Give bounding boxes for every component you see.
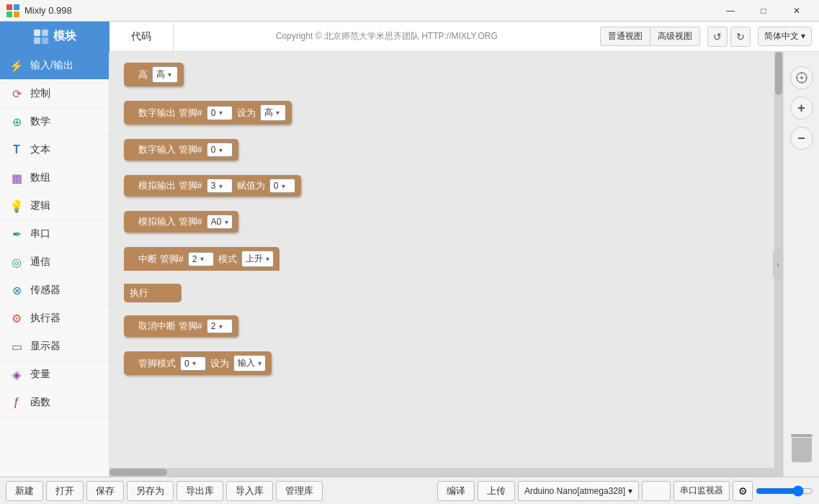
sidebar-label-sensor: 传感器 [30,284,61,297]
svg-rect-4 [34,30,40,36]
collapse-tab[interactable]: › [773,250,783,279]
import-lib-button[interactable]: 导入库 [226,481,273,501]
sidebar-item-display[interactable]: ▭ 显示器 [0,333,109,361]
save-as-button[interactable]: 另存为 [127,481,174,501]
app-title: Mixly 0.998 [24,5,714,16]
interrupt-mode-label: 模式 [218,253,237,266]
sidebar-label-var: 变量 [30,368,50,381]
analog-out-setlabel: 赋值为 [237,179,265,192]
analog-in-pin-dropdown[interactable]: A0 [207,215,233,229]
sidebar-item-var[interactable]: ◈ 变量 [0,361,109,389]
content-area: ⚡ 输入/输出 ⟳ 控制 ⊕ 数学 T 文本 ▦ 数组 💡 逻辑 ✒ 串口 ◎ [0,52,819,477]
save-button[interactable]: 保存 [86,481,124,501]
digital-in-pin-dropdown[interactable]: 0 [207,143,233,157]
sidebar-item-math[interactable]: ⊕ 数学 [0,108,109,136]
math-icon: ⊕ [9,114,24,130]
sidebar-label-logic: 逻辑 [30,199,50,212]
svg-rect-7 [42,37,48,44]
scroll-thumb-horizontal[interactable] [109,469,167,476]
sidebar-label-serial: 串口 [30,228,50,240]
interrupt-execute: 执行 [124,284,182,302]
sidebar-item-actuator[interactable]: ⚙ 执行器 [0,305,109,333]
scrollbar-horizontal[interactable] [109,468,774,477]
language-button[interactable]: 简体中文 ▾ [758,27,812,46]
export-lib-button[interactable]: 导出库 [176,481,223,501]
digital-out-label: 数字输出 管脚# [138,107,202,120]
locate-button[interactable] [790,66,813,89]
trash-container [791,434,813,469]
cancel-interrupt-label: 取消中断 管脚# [138,320,202,333]
pin-mode-pin-dropdown[interactable]: 0 [180,356,206,371]
manage-lib-button[interactable]: 管理库 [276,481,323,501]
sidebar-label-comm: 通信 [30,256,50,269]
trash-body[interactable] [792,438,812,462]
var-icon: ◈ [9,366,24,382]
interrupt-body [124,271,144,284]
view-normal-button[interactable]: 普通视图 [600,27,650,46]
right-panel: › + − [783,52,819,477]
tab-code[interactable]: 代码 [124,30,158,43]
io-icon: ⚡ [9,58,24,73]
upload-button[interactable]: 上传 [478,481,515,501]
svg-rect-5 [42,30,48,36]
sidebar-label-text: 文本 [30,143,50,156]
analog-out-value-dropdown[interactable]: 0 [269,179,295,193]
cancel-interrupt-pin-dropdown[interactable]: 2 [207,319,233,333]
sidebar-label-array: 数组 [30,171,50,184]
svg-rect-6 [34,37,40,44]
digital-out-value-dropdown[interactable]: 高 [260,104,286,121]
zoom-slider[interactable] [756,485,813,497]
sidebar-item-serial[interactable]: ✒ 串口 [0,220,109,248]
sidebar-item-logic[interactable]: 💡 逻辑 [0,192,109,220]
zoom-out-button[interactable]: − [790,127,813,150]
sidebar-label-actuator: 执行器 [30,312,61,325]
block-digital-in[interactable]: 数字输入 管脚# 0 [124,139,760,161]
interrupt-mode-dropdown[interactable]: 上升 [241,251,274,267]
gear-icon: ⚙ [738,485,748,497]
analog-in-label: 模拟输入 管脚# [138,215,202,228]
analog-out-label: 模拟输出 管脚# [138,179,202,192]
sidebar-label-func: 函数 [30,396,50,409]
logic-icon: 💡 [9,198,24,214]
undo-button[interactable]: ↺ [707,27,728,47]
interrupt-exec-label: 执行 [130,287,148,300]
svg-point-9 [800,76,803,79]
text-icon: T [9,142,24,158]
analog-out-pin-dropdown[interactable]: 3 [207,179,233,193]
block-digital-out[interactable]: 数字输出 管脚# 0 设为 高 [124,101,760,125]
sidebar-item-array[interactable]: ▦ 数组 [0,164,109,192]
block-pin-mode[interactable]: 管脚模式 0 设为 输入 [124,351,760,375]
sidebar-item-text[interactable]: T 文本 [0,136,109,164]
block-interrupt[interactable]: 中断 管脚# 2 模式 上升 执行 [124,247,760,302]
port-select[interactable] [642,481,671,501]
block-cancel-interrupt[interactable]: 取消中断 管脚# 2 [124,315,760,337]
settings-button[interactable]: ⚙ [733,481,753,501]
block-analog-in[interactable]: 模拟输入 管脚# A0 [124,211,760,233]
new-button[interactable]: 新建 [6,481,43,501]
sidebar-item-control[interactable]: ⟳ 控制 [0,80,109,108]
sidebar-item-io[interactable]: ⚡ 输入/输出 [0,52,109,80]
sidebar-label-display: 显示器 [30,340,61,353]
redo-button[interactable]: ↻ [730,27,751,47]
pin-mode-value-dropdown[interactable]: 输入 [233,355,266,372]
zoom-in-button[interactable]: + [790,96,813,120]
scroll-thumb-vertical[interactable] [775,52,782,95]
serial-monitor-button[interactable]: 串口监视器 [673,481,730,501]
view-advanced-button[interactable]: 高级视图 [650,27,700,46]
minimize-button[interactable]: — [714,0,747,22]
close-button[interactable]: ✕ [780,0,813,22]
interrupt-pin-dropdown[interactable]: 2 [188,252,214,266]
interrupt-label: 中断 管脚# [138,253,184,266]
sidebar-item-func[interactable]: ƒ 函数 [0,389,109,417]
board-select[interactable]: Arduino Nano[atmega328] ▾ [518,481,639,501]
digital-out-pin-dropdown[interactable]: 0 [207,106,233,120]
zoom-in-icon: + [797,101,805,116]
sidebar-item-sensor[interactable]: ⊗ 传感器 [0,276,109,305]
sidebar-item-comm[interactable]: ◎ 通信 [0,248,109,276]
maximize-button[interactable]: □ [747,0,780,22]
block-high-value[interactable]: 高 高 [124,63,760,86]
compile-button[interactable]: 编译 [437,481,475,501]
open-button[interactable]: 打开 [46,481,84,501]
block-analog-out[interactable]: 模拟输出 管脚# 3 赋值为 0 [124,175,760,197]
block-high-dropdown[interactable]: 高 [152,66,178,83]
